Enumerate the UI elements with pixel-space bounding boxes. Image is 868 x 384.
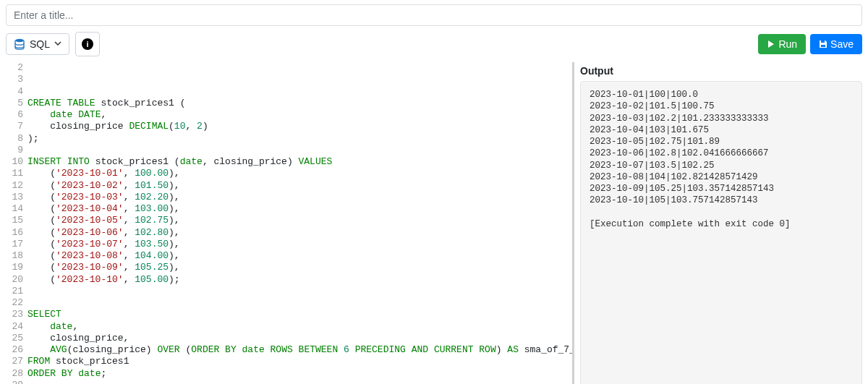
- code-line[interactable]: [27, 74, 572, 85]
- output-line: 2023-10-05|102.75|101.89: [590, 136, 853, 148]
- language-label: SQL: [30, 38, 50, 50]
- output-body: 2023-10-01|100|100.02023-10-02|101.5|100…: [580, 81, 862, 384]
- output-line: 2023-10-09|105.25|103.357142857143: [590, 183, 853, 195]
- output-line: 2023-10-07|103.5|102.25: [590, 160, 853, 171]
- output-line: 2023-10-01|100|100.0: [590, 89, 853, 101]
- chevron-down-icon: [54, 39, 61, 49]
- code-line[interactable]: ('2023-10-04', 103.00),: [27, 203, 572, 215]
- code-lines[interactable]: CREATE TABLE stock_prices1 ( date DATE, …: [27, 62, 572, 384]
- code-line[interactable]: [27, 380, 572, 384]
- code-line[interactable]: [27, 297, 572, 309]
- info-button[interactable]: i: [75, 32, 100, 56]
- code-line[interactable]: FROM stock_prices1: [27, 356, 572, 367]
- info-icon: i: [82, 38, 93, 50]
- code-line[interactable]: AVG(closing_price) OVER (ORDER BY date R…: [27, 344, 572, 356]
- code-line[interactable]: ('2023-10-10', 105.00);: [27, 274, 572, 286]
- code-line[interactable]: ORDER BY date;: [27, 368, 572, 380]
- svg-rect-2: [821, 45, 825, 47]
- output-line: [590, 207, 853, 218]
- code-line[interactable]: [27, 145, 572, 156]
- output-line: 2023-10-10|105|103.757142857143: [590, 195, 853, 206]
- code-line[interactable]: ('2023-10-07', 103.50),: [27, 239, 572, 250]
- save-button[interactable]: Save: [810, 34, 862, 54]
- code-line[interactable]: closing_price,: [27, 333, 572, 344]
- svg-point-0: [15, 39, 24, 42]
- code-line[interactable]: ('2023-10-06', 102.80),: [27, 227, 572, 239]
- title-bar: [6, 4, 862, 26]
- toolbar: SQL i Run Save: [0, 29, 868, 62]
- main-area: 2345678910111213141516171819202122232425…: [0, 62, 868, 384]
- code-line[interactable]: ('2023-10-09', 105.25),: [27, 262, 572, 273]
- database-icon: [14, 38, 25, 50]
- code-line[interactable]: date DATE,: [27, 109, 572, 121]
- code-line[interactable]: ('2023-10-03', 102.20),: [27, 192, 572, 203]
- code-line[interactable]: CREATE TABLE stock_prices1 (: [27, 98, 572, 109]
- output-line: 2023-10-06|102.8|102.041666666667: [590, 148, 853, 159]
- output-line: 2023-10-08|104|102.821428571429: [590, 171, 853, 183]
- language-select[interactable]: SQL: [6, 33, 69, 55]
- output-line: 2023-10-04|103|101.675: [590, 124, 853, 136]
- run-label: Run: [778, 38, 797, 50]
- output-title: Output: [580, 62, 862, 81]
- run-button[interactable]: Run: [758, 34, 806, 54]
- code-line[interactable]: closing_price DECIMAL(10, 2): [27, 121, 572, 132]
- save-label: Save: [830, 38, 854, 50]
- code-line[interactable]: [27, 86, 572, 98]
- output-line: 2023-10-03|102.2|101.233333333333: [590, 113, 853, 124]
- play-icon: [767, 40, 775, 48]
- line-gutter: 2345678910111213141516171819202122232425…: [6, 62, 27, 384]
- code-line[interactable]: [27, 62, 572, 74]
- output-line: 2023-10-02|101.5|100.75: [590, 101, 853, 112]
- code-line[interactable]: ('2023-10-08', 104.00),: [27, 250, 572, 262]
- code-line[interactable]: INSERT INTO stock_prices1 (date, closing…: [27, 156, 572, 168]
- code-line[interactable]: SELECT: [27, 309, 572, 320]
- code-line[interactable]: );: [27, 133, 572, 145]
- editor-pane: 2345678910111213141516171819202122232425…: [6, 62, 574, 384]
- svg-rect-1: [821, 40, 825, 43]
- code-line[interactable]: ('2023-10-02', 101.50),: [27, 180, 572, 192]
- code-editor[interactable]: 2345678910111213141516171819202122232425…: [6, 62, 572, 384]
- code-line[interactable]: date,: [27, 321, 572, 333]
- code-line[interactable]: ('2023-10-01', 100.00),: [27, 168, 572, 179]
- title-input[interactable]: [14, 9, 854, 21]
- save-icon: [819, 40, 827, 48]
- code-line[interactable]: ('2023-10-05', 102.75),: [27, 215, 572, 226]
- code-line[interactable]: [27, 286, 572, 297]
- output-pane: Output 2023-10-01|100|100.02023-10-02|10…: [580, 62, 862, 384]
- output-line: [Execution complete with exit code 0]: [590, 218, 853, 230]
